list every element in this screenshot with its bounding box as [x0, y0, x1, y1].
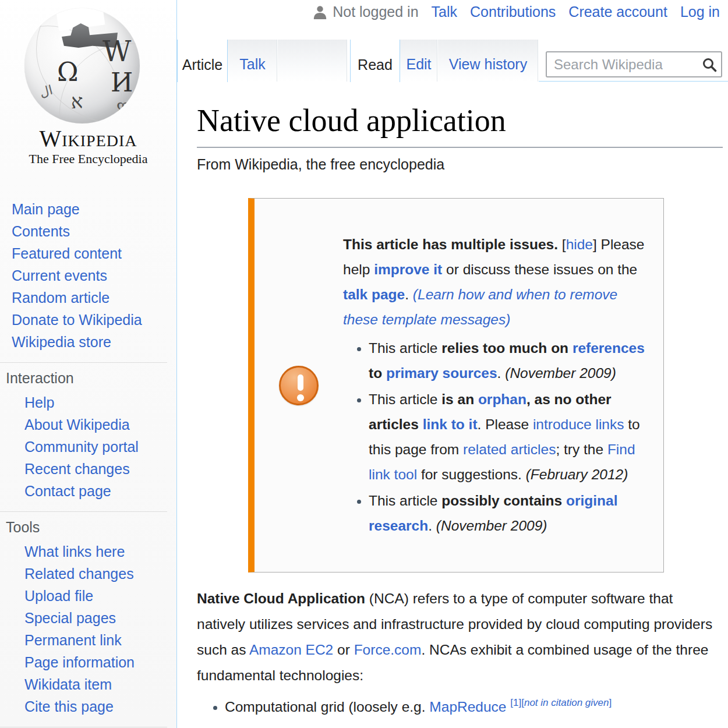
- sidebar-item-page-information[interactable]: Page information: [24, 651, 167, 673]
- wikipedia-tagline: The Free Encyclopedia: [0, 151, 176, 167]
- tech-computational-grid: Computational grid (loosely e.g. MapRedu…: [225, 694, 725, 722]
- tab-talk[interactable]: Talk: [228, 40, 278, 82]
- sidebar-link-cite-this-page[interactable]: Cite this page: [24, 698, 114, 715]
- personal-link-talk[interactable]: Talk: [432, 3, 457, 20]
- search-icon[interactable]: [701, 56, 718, 73]
- sidebar-link-store[interactable]: Wikipedia store: [12, 334, 111, 350]
- article-issues-box: This article has multiple issues. [hide]…: [248, 198, 664, 572]
- user-status-label: Not logged in: [333, 3, 418, 20]
- sidebar-link-recent-changes[interactable]: Recent changes: [24, 461, 130, 477]
- warning-exclamation-bar: [298, 374, 303, 391]
- personal-link-contributions[interactable]: Contributions: [470, 3, 556, 20]
- sidebar-link-about[interactable]: About Wikipedia: [24, 416, 130, 433]
- sidebar-portal-interaction: Interaction Help About Wikipedia Communi…: [0, 362, 167, 508]
- site-subtitle: From Wikipedia, the free encyclopedia: [197, 156, 444, 173]
- sidebar-link-contact[interactable]: Contact page: [24, 483, 111, 499]
- tech-data-grid: Data grid (e.g. distributed key-value da…: [225, 725, 725, 728]
- issues-box-body: This article has multiple issues. [hide]…: [343, 222, 663, 549]
- tab-article[interactable]: Article: [177, 40, 228, 82]
- issues-box-header: This article has multiple issues. [hide]…: [343, 232, 647, 332]
- sidebar-link-help[interactable]: Help: [24, 394, 54, 411]
- globe-glyph-cyrillic-i: И: [111, 68, 133, 97]
- personal-bar: Not logged in Talk Contributions Create …: [312, 3, 720, 20]
- sidebar-item-contents[interactable]: Contents: [12, 220, 176, 242]
- sidebar-portal-tools: Tools What links here Related changes Up…: [0, 511, 167, 723]
- sidebar-item-donate[interactable]: Donate to Wikipedia: [12, 309, 176, 331]
- sidebar-link-upload-file[interactable]: Upload file: [24, 588, 93, 604]
- sidebar-link-community-portal[interactable]: Community portal: [24, 439, 139, 455]
- globe-glyph-alef: א: [71, 90, 83, 113]
- sidebar-item-random-article[interactable]: Random article: [12, 287, 176, 309]
- title-divider: [197, 147, 723, 148]
- sidebar-link-special-pages[interactable]: Special pages: [24, 610, 116, 626]
- sidebar-link-donate[interactable]: Donate to Wikipedia: [12, 312, 142, 328]
- tab-read[interactable]: Read: [350, 40, 400, 82]
- wikipedia-wordmark[interactable]: Wikipedia: [0, 125, 176, 152]
- sidebar: W Ω И א ღ ال Wikipedia The Free Encyclop…: [0, 0, 176, 728]
- sidebar-link-wikidata-item[interactable]: Wikidata item: [24, 676, 112, 692]
- sidebar-item-upload-file[interactable]: Upload file: [24, 585, 167, 607]
- search-box: [546, 51, 722, 77]
- sidebar-item-cite-this-page[interactable]: Cite this page: [24, 695, 167, 718]
- sidebar-item-related-changes[interactable]: Related changes: [24, 563, 167, 585]
- search-input[interactable]: [546, 51, 722, 77]
- sidebar-link-contents[interactable]: Contents: [12, 223, 70, 239]
- issue-original-research: This article possibly contains original …: [369, 488, 647, 538]
- sidebar-link-page-information[interactable]: Page information: [24, 654, 135, 670]
- technologies-list: Computational grid (loosely e.g. MapRedu…: [197, 694, 725, 728]
- sidebar-item-featured-content[interactable]: Featured content: [12, 242, 176, 264]
- sidebar-item-community-portal[interactable]: Community portal: [24, 436, 167, 458]
- lead-paragraph: Native Cloud Application (NCA) refers to…: [197, 586, 725, 688]
- page-title: Native cloud application: [197, 103, 506, 139]
- issue-primary-sources: This article relies too much on referenc…: [369, 335, 647, 386]
- sidebar-link-main-page[interactable]: Main page: [12, 201, 80, 217]
- sidebar-item-main-page[interactable]: Main page: [12, 198, 176, 220]
- sidebar-item-current-events[interactable]: Current events: [12, 264, 176, 287]
- issues-list: This article relies too much on referenc…: [343, 335, 647, 538]
- globe-glyph-georgian: ღ: [116, 97, 129, 114]
- user-status: Not logged in: [312, 3, 418, 20]
- sidebar-item-special-pages[interactable]: Special pages: [24, 607, 167, 629]
- personal-link-create-account[interactable]: Create account: [568, 3, 667, 20]
- sidebar-item-permanent-link[interactable]: Permanent link: [24, 629, 167, 651]
- sidebar-link-random-article[interactable]: Random article: [12, 289, 109, 306]
- sidebar-item-store[interactable]: Wikipedia store: [12, 331, 176, 353]
- article-tabs: Article Talk Read Edit View history: [177, 40, 539, 82]
- issue-orphan: This article is an orphan, as no other a…: [369, 387, 647, 487]
- sidebar-item-help[interactable]: Help: [24, 391, 167, 414]
- warning-icon: [279, 366, 319, 405]
- sidebar-portal-main: Main page Contents Featured content Curr…: [0, 198, 176, 359]
- sidebar-link-what-links-here[interactable]: What links here: [24, 543, 125, 560]
- wikipedia-globe-logo[interactable]: W Ω И א ღ ال: [24, 8, 140, 123]
- sidebar-link-related-changes[interactable]: Related changes: [24, 566, 134, 582]
- tab-edit[interactable]: Edit: [400, 40, 438, 82]
- sidebar-item-about[interactable]: About Wikipedia: [24, 414, 167, 436]
- sidebar-link-featured-content[interactable]: Featured content: [12, 245, 122, 261]
- sidebar-header-tools: Tools: [0, 517, 167, 540]
- sidebar-item-wikidata-item[interactable]: Wikidata item: [24, 673, 167, 695]
- tab-variants-empty: [278, 40, 348, 82]
- tab-view-history[interactable]: View history: [438, 40, 539, 82]
- sidebar-link-current-events[interactable]: Current events: [12, 267, 107, 284]
- sidebar-header-interaction: Interaction: [0, 367, 167, 391]
- issues-icon-column: [255, 366, 343, 405]
- sidebar-item-contact[interactable]: Contact page: [24, 480, 167, 502]
- sidebar-item-recent-changes[interactable]: Recent changes: [24, 458, 167, 480]
- page-header: Not logged in Talk Contributions Create …: [177, 0, 728, 82]
- personal-link-log-in[interactable]: Log in: [680, 3, 720, 20]
- sidebar-nav: Main page Contents Featured content Curr…: [0, 198, 176, 728]
- sidebar-item-what-links-here[interactable]: What links here: [24, 540, 167, 563]
- main-column: Not logged in Talk Contributions Create …: [176, 0, 728, 728]
- warning-exclamation-dot: [297, 394, 304, 401]
- user-icon: [312, 4, 328, 20]
- globe-glyph-w: W: [103, 35, 131, 68]
- sidebar-link-permanent-link[interactable]: Permanent link: [24, 632, 122, 648]
- globe-glyph-omega: Ω: [57, 57, 78, 87]
